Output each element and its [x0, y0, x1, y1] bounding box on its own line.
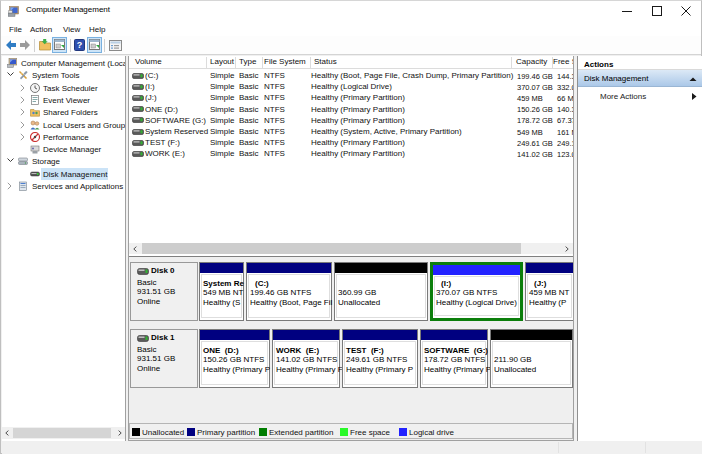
svg-text:?: ? — [77, 40, 83, 50]
